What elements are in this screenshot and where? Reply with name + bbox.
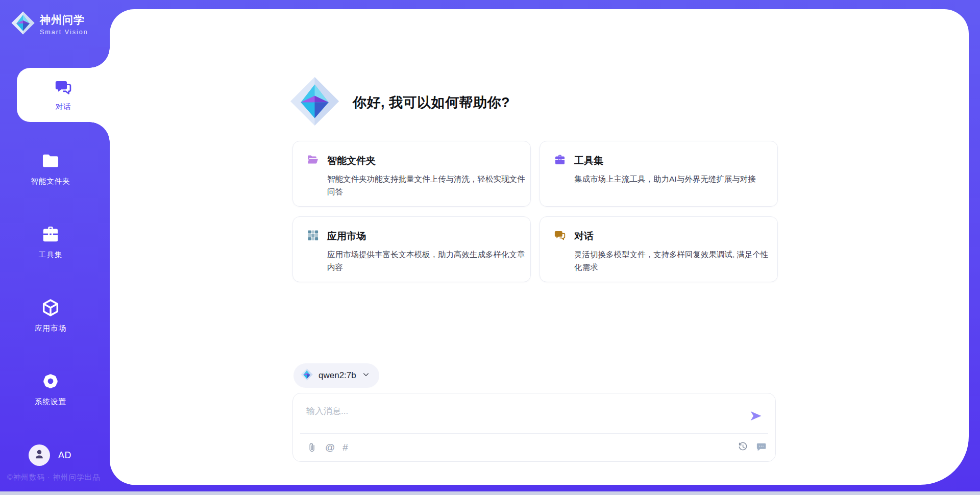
folder-icon	[41, 151, 60, 172]
card-smart-folder[interactable]: 智能文件夹 智能文件夹功能支持批量文件上传与清洗，轻松实现文件问答	[292, 141, 531, 207]
card-title: 智能文件夹	[327, 154, 376, 167]
card-description: 集成市场上主流工具，助力AI与外界无缝扩展与对接	[574, 173, 774, 186]
tab-fillet-bottom	[89, 122, 110, 142]
message-input[interactable]	[306, 403, 725, 420]
card-description: 应用市场提供丰富长文本模板，助力高效生成多样化文章内容	[327, 249, 527, 274]
sidebar-item-smart-folder[interactable]: 智能文件夹	[0, 151, 101, 186]
brand-name: 神州问学	[40, 13, 88, 27]
chat-icon	[554, 229, 566, 243]
hash-icon[interactable]: #	[342, 441, 348, 454]
cube-icon	[41, 298, 60, 319]
card-app-market[interactable]: 应用市场 应用市场提供丰富长文本模板，助力高效生成多样化文章内容	[292, 216, 531, 282]
sidebar-item-toolbox[interactable]: 工具集	[0, 225, 101, 260]
sidebar-item-label: 工具集	[39, 250, 63, 260]
gem-logo-icon	[11, 11, 35, 37]
brand-logo: 神州问学 Smart Vision	[11, 11, 88, 37]
message-composer: @ #	[292, 393, 776, 462]
brand-subtitle: Smart Vision	[40, 29, 88, 36]
greeting: 你好, 我可以如何帮助你?	[290, 78, 510, 127]
app-root: 神州问学 Smart Vision 对话 智能文件夹	[0, 0, 980, 495]
card-toolbox[interactable]: 工具集 集成市场上主流工具，助力AI与外界无缝扩展与对接	[540, 141, 778, 207]
composer-divider	[300, 433, 768, 434]
sidebar-item-chat[interactable]: 对话	[17, 68, 110, 122]
card-description: 灵活切换多模型文件，支持多样回复效果调试, 满足个性化需求	[574, 249, 774, 274]
folder-open-icon	[307, 154, 319, 168]
user-name: AD	[58, 450, 71, 461]
card-chat[interactable]: 对话 灵活切换多模型文件，支持多样回复效果调试, 满足个性化需求	[540, 216, 778, 282]
model-name: qwen2:7b	[318, 370, 356, 381]
toolbox-icon	[554, 154, 566, 168]
gem-logo-icon	[290, 77, 339, 128]
main-panel: 你好, 我可以如何帮助你? 智能文件夹 智能文件夹功能支持批量文件上传与清洗，轻…	[110, 9, 969, 485]
gear-icon	[41, 372, 60, 393]
card-title: 应用市场	[327, 230, 366, 243]
user-account[interactable]: AD	[29, 444, 71, 466]
model-selector[interactable]: qwen2:7b	[293, 363, 379, 388]
card-title: 工具集	[574, 154, 603, 167]
sidebar-item-label: 应用市场	[35, 324, 66, 333]
card-description: 智能文件夹功能支持批量文件上传与清洗，轻松实现文件问答	[327, 173, 527, 199]
chat-icon	[54, 78, 72, 98]
gem-logo-icon	[301, 368, 313, 383]
grid-icon	[307, 229, 319, 243]
sidebar-item-app-market[interactable]: 应用市场	[0, 298, 101, 333]
sidebar-item-settings[interactable]: 系统设置	[0, 372, 101, 407]
sidebar-item-label: 系统设置	[35, 397, 66, 407]
toolbox-icon	[41, 225, 60, 246]
sidebar-item-label: 对话	[56, 102, 71, 112]
at-icon[interactable]: @	[325, 441, 335, 454]
greeting-title: 你好, 我可以如何帮助你?	[353, 93, 510, 112]
card-title: 对话	[574, 230, 594, 243]
sidebar-footer: ©神州数码 · 神州问学出品	[7, 473, 101, 482]
send-icon[interactable]	[749, 409, 763, 425]
tab-fillet-top	[89, 47, 110, 68]
sidebar-item-label: 智能文件夹	[31, 177, 70, 186]
history-icon[interactable]	[737, 441, 749, 453]
person-icon	[33, 448, 46, 463]
chevron-down-icon	[362, 370, 370, 381]
paperclip-icon[interactable]	[306, 442, 317, 453]
message-icon[interactable]	[755, 441, 767, 453]
bottom-edge-strip	[0, 491, 980, 495]
sidebar: 神州问学 Smart Vision 对话 智能文件夹	[0, 0, 110, 491]
feature-cards: 智能文件夹 智能文件夹功能支持批量文件上传与清洗，轻松实现文件问答 工具集	[292, 141, 778, 282]
avatar	[29, 444, 50, 466]
